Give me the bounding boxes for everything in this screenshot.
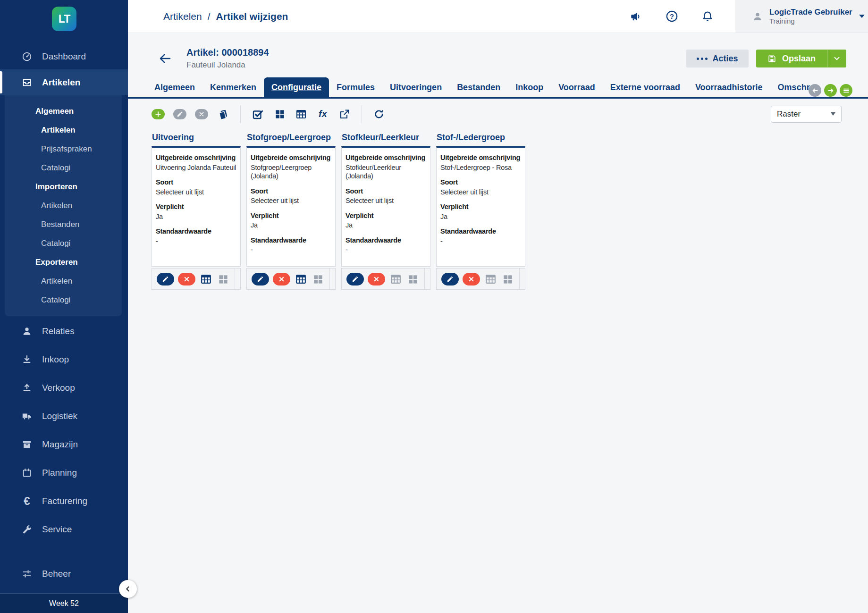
grid-view-button[interactable] — [273, 108, 286, 121]
sidebar-item-dashboard[interactable]: Dashboard — [0, 43, 128, 69]
submenu-item-import-artikelen[interactable]: Artikelen — [5, 196, 122, 215]
card-grid-button[interactable] — [217, 272, 230, 286]
announcements-button[interactable] — [629, 9, 643, 24]
sidebar-item-planning[interactable]: Planning — [0, 459, 128, 487]
sidebar-item-facturering[interactable]: € Facturering — [0, 487, 128, 515]
open-external-button[interactable] — [338, 108, 351, 121]
submenu-item-export-catalogi[interactable]: Catalogi — [5, 291, 122, 310]
sidebar-item-label: Inkoop — [42, 354, 69, 365]
submenu-section-exporteren: Exporteren — [5, 253, 122, 272]
card-edit-button[interactable] — [346, 273, 364, 286]
card-body: Uitgebreide omschrijvingUitvoering Jolan… — [152, 146, 241, 267]
field-value: Uitvoering Jolanda Fauteuil — [156, 163, 236, 172]
sidebar-item-beheer[interactable]: Beheer — [0, 560, 128, 588]
card-grid-button[interactable] — [501, 272, 514, 286]
submenu-item-import-catalogi[interactable]: Catalogi — [5, 234, 122, 253]
tab-voorraadhistorie[interactable]: Voorraadhistorie — [688, 77, 770, 97]
tabs-menu-button[interactable] — [840, 84, 852, 97]
submenu-item-artikelen[interactable]: Artikelen — [5, 121, 122, 140]
tab-formules[interactable]: Formules — [329, 77, 382, 97]
card-edit-button[interactable] — [441, 273, 459, 286]
card-table-button[interactable] — [200, 272, 213, 286]
footer-divider — [519, 269, 520, 289]
pencil-icon — [177, 111, 183, 118]
card-delete-button[interactable] — [273, 273, 290, 286]
add-button[interactable] — [152, 109, 165, 119]
submenu-item-export-artikelen[interactable]: Artikelen — [5, 272, 122, 291]
sidebar-item-artikelen[interactable]: Artikelen — [0, 69, 128, 95]
tab-bestanden[interactable]: Bestanden — [449, 77, 508, 97]
table-view-button[interactable] — [295, 108, 308, 121]
tab-voorraad[interactable]: Voorraad — [551, 77, 603, 97]
view-select[interactable]: Raster — [771, 106, 842, 123]
sidebar-submenu: Algemeen Artikelen Prijsafspraken Catalo… — [5, 95, 122, 316]
card-table-button[interactable] — [389, 272, 403, 286]
tab-externe-voorraad[interactable]: Externe voorraad — [603, 77, 688, 97]
refresh-icon — [373, 109, 385, 120]
gauge-icon — [21, 51, 33, 62]
tab-algemeen[interactable]: Algemeen — [147, 77, 202, 97]
card-delete-button[interactable] — [178, 273, 195, 286]
checkbox-check-icon — [252, 109, 263, 120]
sidebar-item-logistiek[interactable]: Logistiek — [0, 402, 128, 430]
user-menu[interactable]: LogicTrade Gebruiker Training — [735, 0, 868, 33]
card-delete-button[interactable] — [368, 273, 385, 286]
save-options-button[interactable] — [827, 50, 846, 67]
card-edit-button[interactable] — [157, 273, 174, 286]
field-value: - — [346, 245, 426, 254]
sidebar-item-label: Verkoop — [42, 383, 75, 393]
table-icon — [295, 273, 307, 285]
config-card-stofgroep: Stofgroep/Leergroep Uitgebreide omschrij… — [246, 133, 336, 290]
tab-inkoop[interactable]: Inkoop — [508, 77, 551, 97]
help-button[interactable]: ? — [665, 9, 679, 24]
card-edit-button[interactable] — [252, 273, 269, 286]
field-value: Ja — [251, 221, 331, 230]
tab-kenmerken[interactable]: Kenmerken — [202, 77, 264, 97]
fx-icon: fx — [319, 109, 327, 119]
breadcrumb-parent[interactable]: Artikelen — [163, 11, 202, 22]
field-label: Soort — [251, 187, 331, 196]
back-button[interactable] — [157, 50, 173, 67]
sidebar-item-verkoop[interactable]: Verkoop — [0, 374, 128, 402]
submenu-item-catalogi[interactable]: Catalogi — [5, 159, 122, 177]
page-subtitle: Fauteuil Jolanda — [186, 60, 269, 70]
refresh-button[interactable] — [372, 108, 386, 121]
tab-configuratie[interactable]: Configuratie — [264, 77, 329, 97]
select-mode-button[interactable] — [251, 108, 264, 121]
view-select-value: Raster — [777, 109, 801, 119]
edit-button[interactable] — [173, 109, 186, 119]
toolbar-divider — [362, 105, 362, 123]
card-body: Uitgebreide omschrijvingStofgroep/Leergr… — [246, 146, 336, 267]
sidebar-item-magazijn[interactable]: Magazijn — [0, 430, 128, 459]
field-label: Standaardwaarde — [156, 227, 236, 236]
field-label: Soort — [440, 178, 521, 187]
grid-icon — [407, 274, 418, 285]
sidebar-item-service[interactable]: Service — [0, 515, 128, 544]
card-delete-button[interactable] — [463, 273, 480, 286]
sidebar-collapse-button[interactable] — [119, 580, 137, 598]
submenu-item-import-bestanden[interactable]: Bestanden — [5, 215, 122, 234]
submenu-item-prijsafspraken[interactable]: Prijsafspraken — [5, 140, 122, 159]
copy-button[interactable] — [217, 108, 230, 121]
tabs-scroll-left-button[interactable] — [809, 84, 821, 97]
ellipsis-icon — [697, 58, 708, 60]
tabs-scroll-right-button[interactable] — [824, 84, 837, 97]
submenu-section-algemeen: Algemeen — [5, 102, 122, 121]
notifications-button[interactable] — [700, 9, 715, 24]
sidebar-item-relaties[interactable]: Relaties — [0, 317, 128, 345]
card-grid-button[interactable] — [312, 272, 325, 286]
tab-uitvoeringen[interactable]: Uitvoeringen — [382, 77, 449, 97]
grid-icon — [502, 274, 513, 285]
card-table-button[interactable] — [295, 272, 308, 286]
sidebar-item-label: Relaties — [42, 326, 75, 336]
acties-button[interactable]: Acties — [686, 50, 749, 67]
delete-button[interactable] — [195, 109, 208, 119]
card-grid-button[interactable] — [406, 272, 420, 286]
sidebar-item-inkoop[interactable]: Inkoop — [0, 345, 128, 374]
breadcrumb: Artikelen / Artikel wijzigen — [128, 0, 629, 33]
card-table-button[interactable] — [484, 272, 497, 286]
formula-button[interactable]: fx — [316, 108, 329, 121]
sidebar-item-label: Magazijn — [42, 439, 78, 450]
save-button[interactable]: Opslaan — [756, 50, 827, 67]
card-footer — [341, 268, 430, 290]
